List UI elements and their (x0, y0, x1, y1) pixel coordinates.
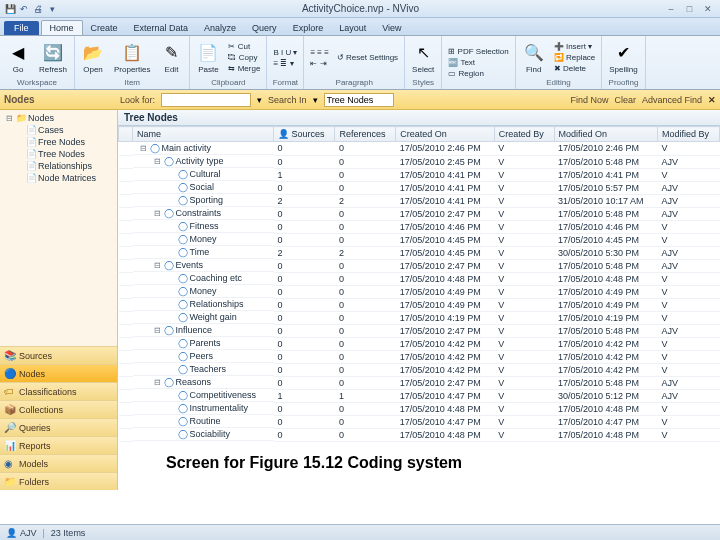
ribbon-item[interactable]: ⇆ Merge (226, 63, 262, 74)
refresh-button[interactable]: 🔄Refresh (36, 41, 70, 75)
node-row[interactable]: ◯ Sociability0017/05/2010 4:48 PMV17/05/… (119, 428, 720, 441)
nav-item-nodes[interactable]: ⊟📁Nodes (2, 112, 115, 124)
minimize-button[interactable]: – (663, 4, 679, 14)
node-row[interactable]: ⊟◯ Reasons0017/05/2010 2:47 PMV17/05/201… (119, 376, 720, 389)
go-button[interactable]: ◀Go (4, 41, 32, 75)
close-button[interactable]: ✕ (700, 4, 716, 14)
advanced-find-button[interactable]: Advanced Find (642, 95, 702, 105)
ribbon-item[interactable]: 🔁 Replace (552, 52, 598, 63)
node-row[interactable]: ◯ Time2217/05/2010 4:45 PMV30/05/2010 5:… (119, 246, 720, 259)
col-created-by[interactable]: Created By (494, 127, 554, 142)
nav-item-tree-nodes[interactable]: 📄Tree Nodes (2, 148, 115, 160)
expand-icon[interactable]: ⊟ (153, 261, 162, 270)
tab-analyze[interactable]: Analyze (196, 21, 244, 35)
nav-button-nodes[interactable]: 🔵Nodes (0, 364, 117, 382)
tab-layout[interactable]: Layout (331, 21, 374, 35)
node-row[interactable]: ◯ Cultural1017/05/2010 4:41 PMV17/05/201… (119, 168, 720, 181)
expand-icon[interactable]: ⊟ (153, 378, 162, 387)
edit-button[interactable]: ✎Edit (157, 41, 185, 75)
find-now-button[interactable]: Find Now (570, 95, 608, 105)
ribbon-item[interactable]: 🔤 Text (446, 57, 510, 68)
node-row[interactable]: ◯ Coaching etc0017/05/2010 4:48 PMV17/05… (119, 272, 720, 285)
tab-external-data[interactable]: External Data (126, 21, 197, 35)
node-icon: ◯ (178, 234, 188, 244)
save-icon[interactable]: 💾 (4, 3, 16, 15)
nav-item-node-matrices[interactable]: 📄Node Matrices (2, 172, 115, 184)
select-button[interactable]: ↖Select (409, 41, 437, 75)
node-row[interactable]: ◯ Instrumentality0017/05/2010 4:48 PMV17… (119, 402, 720, 415)
col-modified-by[interactable]: Modified By (658, 127, 720, 142)
properties-button[interactable]: 📋Properties (111, 41, 153, 75)
lookfor-input[interactable] (161, 93, 251, 107)
open-button[interactable]: 📂Open (79, 41, 107, 75)
searchin-dropdown-icon[interactable]: ▾ (313, 95, 318, 105)
maximize-button[interactable]: □ (681, 4, 697, 14)
node-row[interactable]: ◯ Social0017/05/2010 4:41 PMV17/05/2010 … (119, 181, 720, 194)
expand-icon[interactable]: ⊟ (153, 209, 162, 218)
nav-button-folders[interactable]: 📁Folders (0, 472, 117, 490)
node-row[interactable]: ◯ Money0017/05/2010 4:49 PMV17/05/2010 4… (119, 285, 720, 298)
node-row[interactable]: ◯ Money0017/05/2010 4:45 PMV17/05/2010 4… (119, 233, 720, 246)
node-row[interactable]: ◯ Weight gain0017/05/2010 4:19 PMV17/05/… (119, 311, 720, 324)
ribbon-item[interactable]: ⊞ PDF Selection (446, 46, 510, 57)
findbar-close-icon[interactable]: ✕ (708, 95, 716, 105)
tab-view[interactable]: View (374, 21, 409, 35)
ribbon-item[interactable]: ➕ Insert ▾ (552, 41, 598, 52)
node-row[interactable]: ◯ Sporting2217/05/2010 4:41 PMV31/05/201… (119, 194, 720, 207)
node-row[interactable]: ⊟◯ Events0017/05/2010 2:47 PMV17/05/2010… (119, 259, 720, 272)
expand-icon[interactable]: ⊟ (153, 157, 162, 166)
ribbon-item[interactable]: ✂ Cut (226, 41, 262, 52)
node-row[interactable]: ◯ Relationships0017/05/2010 4:49 PMV17/0… (119, 298, 720, 311)
tab-query[interactable]: Query (244, 21, 285, 35)
spelling-button[interactable]: ✔Spelling (606, 41, 640, 75)
tab-explore[interactable]: Explore (285, 21, 332, 35)
ribbon-item[interactable]: B I U ▾ (271, 47, 299, 58)
nav-button-sources[interactable]: 📚Sources (0, 346, 117, 364)
node-row[interactable]: ◯ Routine0017/05/2010 4:47 PMV17/05/2010… (119, 415, 720, 428)
qat-more-icon[interactable]: ▾ (46, 3, 58, 15)
node-row[interactable]: ⊟◯ Influence0017/05/2010 2:47 PMV17/05/2… (119, 324, 720, 337)
col-created-on[interactable]: Created On (396, 127, 494, 142)
nav-item-relationships[interactable]: 📄Relationships (2, 160, 115, 172)
ribbon-item[interactable]: ⿻ Copy (226, 52, 262, 63)
node-row[interactable]: ◯ Parents0017/05/2010 4:42 PMV17/05/2010… (119, 337, 720, 350)
node-row[interactable]: ⊟◯ Activity type0017/05/2010 2:45 PMV17/… (119, 155, 720, 168)
node-row[interactable]: ◯ Teachers0017/05/2010 4:42 PMV17/05/201… (119, 363, 720, 376)
nav-button-collections[interactable]: 📦Collections (0, 400, 117, 418)
expand-icon[interactable]: ⊟ (6, 114, 14, 123)
col-name[interactable]: Name (133, 127, 274, 142)
col-references[interactable]: References (335, 127, 396, 142)
paste-button[interactable]: 📄Paste (194, 41, 222, 75)
ribbon-item[interactable]: ✖ Delete (552, 63, 598, 74)
node-row[interactable]: ⊟◯ Constraints0017/05/2010 2:47 PMV17/05… (119, 207, 720, 220)
print-icon[interactable]: 🖨 (32, 3, 44, 15)
expand-icon[interactable]: ⊟ (139, 144, 148, 153)
nav-button-queries[interactable]: 🔎Queries (0, 418, 117, 436)
node-row[interactable]: ◯ Fitness0017/05/2010 4:46 PMV17/05/2010… (119, 220, 720, 233)
searchin-value[interactable] (324, 93, 394, 107)
tab-home[interactable]: Home (41, 20, 83, 35)
ribbon-item[interactable]: ▭ Region (446, 68, 510, 79)
node-row[interactable]: ◯ Peers0017/05/2010 4:42 PMV17/05/2010 4… (119, 350, 720, 363)
nav-button-models[interactable]: ◉Models (0, 454, 117, 472)
file-tab[interactable]: File (4, 21, 39, 35)
clear-button[interactable]: Clear (614, 95, 636, 105)
col-modified-on[interactable]: Modified On (554, 127, 657, 142)
node-icon: ◯ (178, 364, 188, 374)
expand-icon[interactable]: ⊟ (153, 326, 162, 335)
ribbon-item[interactable]: ≡ ≡ ≡ (308, 47, 330, 58)
nav-item-cases[interactable]: 📄Cases (2, 124, 115, 136)
nav-button-classifications[interactable]: 🏷Classifications (0, 382, 117, 400)
node-row[interactable]: ◯ Competitiveness1117/05/2010 4:47 PMV30… (119, 389, 720, 402)
tab-create[interactable]: Create (83, 21, 126, 35)
col-sources[interactable]: 👤 Sources (274, 127, 335, 142)
reset-settings-button[interactable]: ↺ Reset Settings (335, 52, 400, 63)
ribbon-item[interactable]: ≡ ≣ ▾ (271, 58, 299, 69)
undo-icon[interactable]: ↶ (18, 3, 30, 15)
find-button[interactable]: 🔍Find (520, 41, 548, 75)
ribbon-item[interactable]: ⇤ ⇥ (308, 58, 330, 69)
node-row[interactable]: ⊟◯ Main activity0017/05/2010 2:46 PMV17/… (119, 142, 720, 156)
nav-button-reports[interactable]: 📊Reports (0, 436, 117, 454)
nav-item-free-nodes[interactable]: 📄Free Nodes (2, 136, 115, 148)
lookfor-dropdown-icon[interactable]: ▾ (257, 95, 262, 105)
